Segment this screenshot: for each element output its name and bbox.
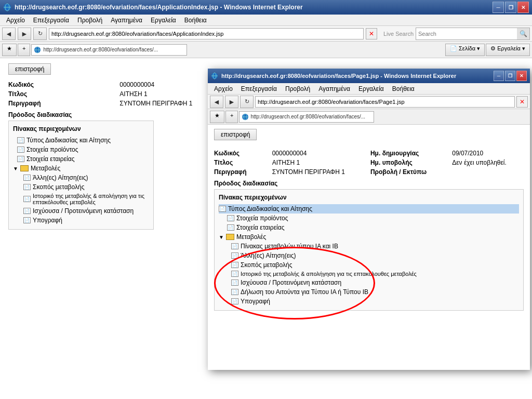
doc-icon-2: 📄 — [17, 156, 24, 162]
fw-address-input[interactable] — [255, 96, 515, 108]
back-toc: Πίνακας περιεχομένων 📄 Τύπος Διαδικασίας… — [8, 121, 154, 230]
fw-forward-button[interactable]: ► — [225, 96, 238, 108]
back-toc-item-0[interactable]: 📄 Τύπος Διαδικασίας και Αίτησης — [17, 136, 149, 145]
back-toc-label-6: Ιστορικό της μεταβολής & απολήγηση για τ… — [33, 193, 149, 205]
star-button[interactable]: ★ — [2, 44, 17, 56]
fw-menu-edit[interactable]: Επεξεργασία — [237, 84, 281, 94]
fw-minimize-button[interactable]: ─ — [494, 71, 504, 81]
fw-title-label-f: Τίτλος — [214, 159, 264, 166]
doc-icon-4: 📄 — [23, 175, 31, 181]
back-button[interactable]: ◄ — [2, 28, 16, 40]
fw-stop-button[interactable]: ✕ — [516, 96, 528, 108]
fw-toc-item-1[interactable]: 📄 Στοιχεία προϊόντος — [227, 214, 519, 223]
fw-menu-tools[interactable]: Εργαλεία — [354, 84, 388, 94]
refresh-button[interactable]: ↻ — [33, 28, 47, 40]
fw-menu-view[interactable]: Προβολή — [281, 84, 314, 94]
ie-icon — [3, 3, 11, 11]
fw-toc-item-4[interactable]: 📄 Πίνακας μεταβολών τύπου ΙΑ και ΙΒ — [231, 242, 519, 251]
back-toc-label-8: Υπογραφή — [33, 217, 62, 224]
back-toc-label-2: Στοιχεία εταιρείας — [26, 155, 74, 163]
fw-submitted-value: Δεν έχει υποβληθεί. — [452, 159, 524, 166]
fw-toc-label-7: Ιστορικό της μεταβολής & απολήγηση για τ… — [241, 271, 417, 277]
fw-menu-favorites[interactable]: Αγαπημένα — [314, 84, 354, 94]
back-page-button[interactable]: επιστροφή — [8, 63, 51, 75]
back-toc-item-5[interactable]: 📄 Σκοπός μεταβολής — [23, 182, 149, 192]
menu-favorites[interactable]: Αγαπημένα — [107, 16, 147, 25]
fw-view-placeholder — [452, 168, 524, 176]
fw-address-bar: ◄ ► ↻ ✕ — [208, 95, 530, 109]
fw-toc-item-0[interactable]: 📄 Τύπος Διαδικασίας και Αίτησης — [219, 204, 519, 214]
fw-doc-icon-2: 📄 — [227, 224, 234, 231]
fw-toc-label-0: Τύπος Διαδικασίας και Αίτησης — [228, 205, 312, 212]
fw-doc-icon-0: 📄 — [219, 206, 226, 212]
fw-doc-icon-5: 📄 — [231, 252, 238, 259]
fw-menu-help[interactable]: Βοήθεια — [388, 84, 419, 94]
close-button[interactable]: ✕ — [517, 2, 529, 13]
fw-back-button[interactable]: ◄ — [210, 96, 223, 108]
fw-submitted-label: Ημ. υποβολής — [370, 159, 444, 166]
fw-fav-toolbar: ★ + http://drugsearch.eof.gr:8080/eofvar… — [208, 109, 530, 125]
menu-tools[interactable]: Εργαλεία — [147, 16, 180, 25]
back-toc-item-1[interactable]: 📄 Στοιχεία προϊόντος — [17, 145, 149, 154]
fw-title-value: ΑΙΤΗΣΗ 1 — [272, 159, 362, 166]
fw-doc-icon-8: 📄 — [231, 280, 238, 286]
search-bar: 🔍 — [416, 28, 530, 40]
fw-toc-item-2[interactable]: 📄 Στοιχεία εταιρείας — [227, 223, 519, 232]
doc-icon-6: 📄 — [23, 196, 31, 202]
fw-view-label: Προβολή / Εκτύπω — [370, 168, 444, 176]
fw-star-button[interactable]: ★ — [210, 111, 224, 123]
fw-toc-label-4: Πίνακας μεταβολών τύπου ΙΑ και ΙΒ — [241, 243, 338, 250]
fw-toc-item-10[interactable]: 📄 Υπογραφή — [231, 297, 519, 306]
back-toc-title: Πίνακας περιεχομένων — [13, 125, 149, 132]
menu-view[interactable]: Προβολή — [73, 16, 107, 25]
search-input[interactable] — [416, 28, 517, 39]
fw-toc-item-6[interactable]: 📄 Σκοπός μεταβολής — [231, 260, 519, 270]
fw-restore-button[interactable]: ❐ — [505, 71, 515, 81]
fw-toc-item-3[interactable]: ▼ Μεταβολές — [219, 232, 519, 242]
fw-title-bar: http://drugsearch.eof.gr:8080/eofvariati… — [208, 69, 530, 83]
fw-doc-icon-4: 📄 — [231, 243, 238, 249]
fw-controls: ─ ❐ ✕ — [494, 71, 527, 81]
fw-toc-label-5: Άλλη(ες) Αίτηση(εις) — [241, 252, 296, 259]
menu-file[interactable]: Αρχείο — [2, 16, 29, 25]
fw-toc-item-8[interactable]: 📄 Ισχύουσα / Προτεινόμενη κατάσταση — [231, 278, 519, 287]
page-button[interactable]: 📄 Σελίδα ▾ — [445, 44, 485, 56]
doc-icon-8: 📄 — [23, 217, 31, 223]
fw-menu-file[interactable]: Αρχείο — [210, 84, 237, 94]
minimize-button[interactable]: ─ — [493, 2, 504, 13]
forward-button[interactable]: ► — [18, 28, 31, 40]
front-window: http://drugsearch.eof.gr:8080/eofvariati… — [208, 69, 530, 370]
fw-add-fav-button[interactable]: + — [225, 111, 238, 123]
fw-created-value: 09/07/2010 — [452, 150, 524, 157]
back-toc-label-0: Τύπος Διαδικασίας και Αίτησης — [26, 137, 111, 144]
back-toc-label-4: Άλλη(ες) Αίτηση(εις) — [33, 174, 88, 181]
fw-toc-label-10: Υπογραφή — [241, 298, 270, 305]
fw-window-title: http://drugsearch.eof.gr:8080/eofvariati… — [221, 73, 494, 79]
fw-toc-item-5[interactable]: 📄 Άλλη(ες) Αίτηση(εις) — [231, 251, 519, 260]
back-toc-item-6[interactable]: 📄 Ιστορικό της μεταβολής & απολήγηση για… — [23, 192, 149, 206]
fw-code-value: 0000000004 — [272, 150, 362, 157]
fw-back-page-button[interactable]: επιστροφή — [214, 129, 257, 140]
back-toc-item-7[interactable]: 📄 Ισχύουσα / Προτεινόμενη κατάσταση — [23, 206, 149, 216]
add-favorites-button[interactable]: + — [18, 44, 30, 56]
tools-button[interactable]: ⚙ Εργαλεία ▾ — [486, 44, 530, 56]
fw-toc-title: Πίνακας περιεχομένων — [219, 194, 519, 201]
restore-button[interactable]: ❐ — [505, 2, 516, 13]
folder-icon-3 — [20, 165, 29, 171]
fw-toc-item-9[interactable]: 📄 Δήλωση του Αιτούντα για Τύπου ΙΑ ή Τύπ… — [231, 287, 519, 297]
back-toc-item-2[interactable]: 📄 Στοιχεία εταιρείας — [17, 154, 149, 164]
menu-help[interactable]: Βοήθεια — [180, 16, 211, 25]
address-input[interactable] — [49, 28, 364, 39]
fw-toc-item-7[interactable]: 📄 Ιστορικό της μεταβολής & απολήγηση για… — [231, 270, 519, 278]
fw-refresh-button[interactable]: ↻ — [240, 96, 254, 108]
stop-button[interactable]: ✕ — [366, 28, 377, 39]
back-toc-item-8[interactable]: 📄 Υπογραφή — [23, 216, 149, 225]
back-toc-item-4[interactable]: 📄 Άλλη(ες) Αίτηση(εις) — [23, 173, 149, 182]
fw-fav-url: http://drugsearch.eof.gr:8080/eofvariati… — [250, 114, 365, 119]
fw-created-label: Ημ. δημιουργίας — [370, 150, 444, 157]
menu-edit[interactable]: Επεξεργασία — [29, 16, 73, 25]
back-toc-item-3[interactable]: ▼ Μεταβολές — [13, 164, 149, 173]
fw-page-content: επιστροφή Κωδικός 0000000004 Ημ. δημιουρ… — [208, 125, 530, 370]
search-button[interactable]: 🔍 — [517, 28, 529, 39]
fw-close-button[interactable]: ✕ — [516, 71, 527, 81]
